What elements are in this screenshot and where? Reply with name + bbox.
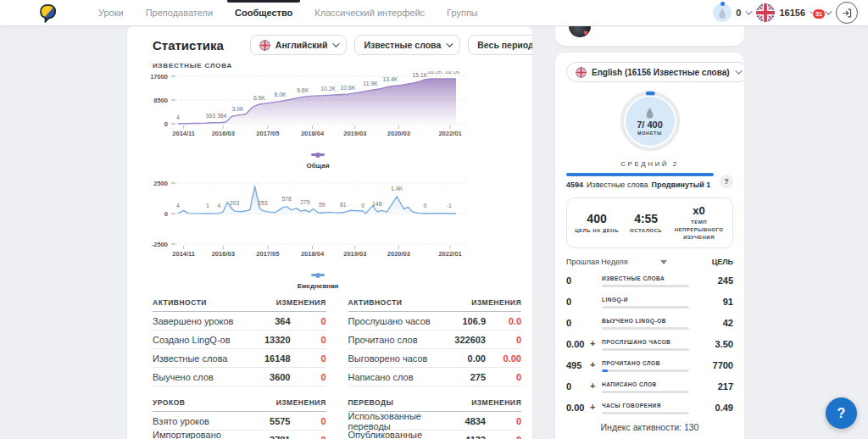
goal-target-value: 7700 — [699, 360, 733, 370]
goal-progress-bar — [602, 327, 689, 330]
chart-legend-total[interactable]: Общая — [140, 144, 496, 169]
chevron-down-icon — [333, 40, 340, 47]
table-row: Создано LingQ-ов133200 — [153, 331, 326, 349]
goal-progress-fill — [602, 370, 608, 372]
goal-target-value: 42 — [699, 318, 733, 328]
plus-button[interactable]: + — [590, 403, 602, 411]
stat-delta: 0 — [486, 435, 521, 439]
table-row: Завершено уроков3640 — [153, 312, 326, 331]
svg-text:2016/03: 2016/03 — [212, 130, 235, 137]
svg-text:17000: 17000 — [150, 73, 168, 81]
svg-text:2020/03: 2020/03 — [387, 130, 410, 137]
stat-value: 4834 — [437, 416, 486, 426]
known-words-daily-chart: 25000-25002014/112016/032017/052018/0420… — [140, 176, 526, 263]
uk-flag-icon — [756, 3, 775, 22]
daily-goal-value: 400 — [572, 212, 621, 225]
filter-pill-label: Известные слова — [364, 40, 441, 50]
stat-value: 13320 — [242, 335, 291, 345]
filter-pill[interactable]: Известные слова — [354, 35, 460, 55]
plus-button[interactable]: + — [590, 339, 602, 347]
nav-item[interactable]: Сообщество — [224, 0, 303, 25]
stat-delta: 0 — [486, 335, 521, 345]
filter-pill[interactable]: Английский — [250, 35, 348, 55]
week-selector-label: Прошлая Неделя — [566, 258, 628, 266]
goal-current-value: 0 — [566, 381, 590, 392]
stat-delta: 0.0 — [486, 316, 521, 326]
stat-value: 275 — [437, 372, 486, 382]
svg-text:8.0K: 8.0K — [275, 92, 287, 97]
goal-current-value: 0 — [566, 318, 590, 328]
stats-table: УРОКОВИЗМЕНЕНИЯВзято уроков55750Импортир… — [153, 398, 326, 439]
stat-delta: 0 — [291, 353, 326, 364]
svg-text:2019/03: 2019/03 — [343, 250, 366, 258]
legend-label-total: Общая — [140, 162, 496, 169]
chart-caption: ИЗВЕСТНЫЕ СЛОВА — [153, 62, 521, 69]
nav-item[interactable]: Уроки — [87, 0, 135, 25]
heart-icon: ♥ — [583, 28, 588, 37]
milestone-next-level: Продвинутый 1 — [651, 181, 710, 189]
svg-text:363: 363 — [206, 113, 216, 119]
streak-multiplier-value: x0 — [670, 204, 727, 217]
stat-value: 322603 — [437, 335, 486, 345]
svg-text:2022/01: 2022/01 — [438, 130, 461, 137]
time-remaining-label: ОСТАЛОСЬ — [621, 227, 670, 235]
svg-text:2018/04: 2018/04 — [301, 250, 325, 258]
streak-dropdown[interactable]: 0 — [713, 3, 750, 22]
stats-table: АКТИВНОСТИИЗМЕНЕНИЯПрослушано часов106.9… — [348, 298, 522, 386]
svg-text:578: 578 — [282, 196, 292, 202]
svg-text:2017/05: 2017/05 — [256, 130, 279, 137]
stat-label: Взято уроков — [153, 416, 242, 426]
goal-label: ЧАСЫ ГОВОРЕНИЯ — [602, 403, 699, 408]
sidebar-language-selector[interactable]: English (16156 Известные слова) — [566, 62, 744, 82]
svg-text:2014/11: 2014/11 — [172, 130, 195, 137]
svg-text:4: 4 — [176, 203, 180, 208]
lingq-logo-icon[interactable] — [39, 3, 57, 23]
table-title: АКТИВНОСТИ — [153, 298, 207, 307]
stat-label: Выговорено часов — [348, 353, 437, 364]
goal-row: 0ВЫУЧЕНО LINGQ-ОВ42 — [566, 318, 733, 330]
stats-table: ПЕРЕВОДЫИЗМЕНЕНИЯИспользованные переводы… — [348, 398, 522, 439]
stat-delta: 0 — [486, 416, 521, 426]
stat-delta: 0 — [291, 416, 326, 426]
time-remaining-value: 4:55 — [621, 212, 670, 225]
plus-button[interactable]: + — [590, 381, 602, 390]
goal-current-value: 0 — [566, 297, 590, 307]
stat-delta: 0.00 — [486, 353, 521, 364]
goal-label: ПРОЧИТАНО СЛОВ — [602, 360, 699, 366]
logout-button[interactable] — [836, 2, 858, 24]
stat-delta: 0 — [291, 335, 326, 345]
level-help-button[interactable]: ? — [720, 175, 733, 188]
legend-label-daily: Ежедневная — [140, 282, 496, 290]
stat-value: 364 — [242, 316, 291, 326]
goal-progress-bar — [602, 391, 689, 393]
table-row: Выучено слов36000 — [153, 368, 326, 386]
week-selector[interactable]: Прошлая Неделя ЦЕЛЬ — [566, 258, 733, 266]
svg-text:203: 203 — [230, 200, 240, 206]
language-coins-dropdown[interactable]: 16156 — [756, 3, 815, 22]
table-row: Выговорено часов0.000.00 — [348, 349, 522, 368]
nav-item[interactable]: Классический интерфейс — [303, 0, 436, 25]
goal-label: ПРОСЛУШАНО ЧАСОВ — [602, 339, 699, 345]
svg-text:10.6K: 10.6K — [341, 85, 356, 91]
triangle-down-icon — [660, 260, 667, 264]
table-change-header: ИЗМЕНЕНИЯ — [471, 298, 521, 307]
chart-legend-daily[interactable]: Ежедневная — [140, 264, 496, 290]
droplet-icon — [645, 107, 654, 119]
nav-item[interactable]: Преподаватели — [135, 0, 224, 25]
stat-label: Прослушано часов — [348, 316, 437, 326]
help-button[interactable]: ? — [826, 397, 857, 429]
filter-pill[interactable]: Весь период — [468, 35, 532, 55]
plus-button[interactable]: + — [590, 360, 602, 369]
svg-text:253: 253 — [258, 200, 268, 206]
nav-item[interactable]: Группы — [436, 0, 489, 25]
uk-flag-icon — [259, 40, 270, 51]
table-row: Известные слова161480 — [153, 349, 326, 368]
stat-delta: 0 — [291, 316, 326, 326]
profile-menu[interactable]: 51 — [821, 10, 830, 15]
goal-progress-bar — [602, 306, 689, 308]
svg-text:10.2K: 10.2K — [320, 86, 336, 92]
table-change-header: ИЗМЕНЕНИЯ — [276, 298, 326, 307]
goal-row: 0ИЗВЕСТНЫЕ СЛОВА245 — [566, 275, 733, 287]
filter-pill-label: Английский — [275, 40, 328, 50]
chevron-down-icon — [446, 40, 453, 47]
